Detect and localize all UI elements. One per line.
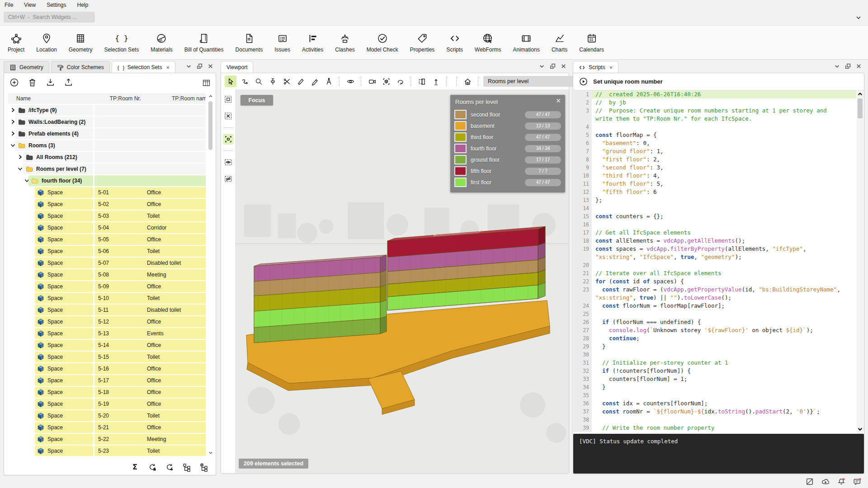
refresh-visibility-icon[interactable]: [165, 462, 174, 472]
export-icon[interactable]: [63, 77, 74, 88]
cell-name[interactable]: Space: [35, 211, 93, 221]
cell-room-nr[interactable]: [94, 140, 145, 151]
visibility-tool-icon[interactable]: [344, 75, 356, 87]
close-icon[interactable]: [208, 63, 213, 69]
code-editor[interactable]: 1// created 2025-06-26T16:40:262// by jb…: [574, 90, 856, 433]
cell-room-name[interactable]: Office: [143, 234, 206, 245]
toolbar-item-calendars[interactable]: Calendars: [573, 30, 610, 56]
cell-room-name[interactable]: Meeting: [143, 269, 206, 280]
cell-room-nr[interactable]: 5-20: [94, 410, 145, 421]
tab-viewport[interactable]: Viewport: [221, 61, 253, 73]
cell-room-name[interactable]: Office: [143, 199, 206, 210]
measure-tool-icon[interactable]: [309, 75, 321, 87]
float-window-icon[interactable]: [845, 63, 851, 69]
chevron-right-icon[interactable]: [10, 108, 15, 113]
cell-name[interactable]: Rooms per level (7): [23, 164, 93, 174]
code-line[interactable]: 39 // Write the room number property: [574, 424, 856, 432]
cell-name[interactable]: Space: [35, 269, 93, 280]
cell-name[interactable]: Space: [35, 234, 93, 245]
code-line[interactable]: 23 const rawFloor = (vdcApp.getPropertyV…: [574, 286, 856, 294]
table-row-space[interactable]: Space5-14Office: [8, 340, 206, 352]
cell-name[interactable]: Space: [35, 422, 93, 433]
toolbar-item-charts[interactable]: Charts: [546, 30, 573, 56]
cell-room-nr[interactable]: 5-08: [94, 269, 145, 280]
code-line[interactable]: 14: [574, 204, 856, 212]
scroll-up-icon[interactable]: [857, 91, 863, 97]
cell-name[interactable]: Space: [35, 399, 93, 409]
code-line[interactable]: 30: [574, 351, 856, 359]
column-header-room-nr[interactable]: TP:Room Nr.: [94, 93, 145, 104]
float-window-icon[interactable]: [197, 63, 203, 69]
scroll-down-icon[interactable]: [208, 450, 213, 455]
tree-scrollbar[interactable]: [208, 94, 213, 455]
fit-model-tool-icon[interactable]: [380, 75, 392, 87]
cell-room-nr[interactable]: 5-13: [94, 328, 145, 339]
code-line[interactable]: 7 "ground floor": 1,: [574, 147, 856, 155]
code-line[interactable]: 10 "third floor": 4,: [574, 172, 856, 180]
table-row-space[interactable]: Space5-02Office: [8, 199, 206, 211]
cell-name[interactable]: Space: [35, 434, 93, 445]
chevron-down-icon[interactable]: [539, 63, 545, 69]
cell-room-nr[interactable]: 5-09: [94, 281, 145, 292]
pin-tool-icon[interactable]: [267, 75, 278, 87]
cell-room-name[interactable]: Office: [143, 281, 206, 292]
select-tool-icon[interactable]: [225, 75, 236, 87]
chevron-down-icon[interactable]: [186, 63, 192, 69]
toolbar-item-documents[interactable]: Documents: [230, 30, 269, 56]
cell-name[interactable]: Space: [35, 281, 93, 292]
scrollbar-thumb[interactable]: [858, 99, 863, 118]
cell-name[interactable]: All Rooms (212): [23, 152, 93, 163]
cell-room-name[interactable]: Office: [143, 399, 206, 409]
cell-room-nr[interactable]: 5-03: [94, 211, 145, 221]
compass-tool-icon[interactable]: [323, 75, 335, 87]
cell-room-name[interactable]: Corridor: [143, 222, 206, 233]
table-row-space[interactable]: Space5-18Office: [8, 387, 206, 399]
toolbar-item-webforms[interactable]: WebForms: [469, 30, 507, 56]
sync-off-icon[interactable]: [805, 477, 814, 486]
float-window-icon[interactable]: [550, 63, 556, 69]
table-row-space[interactable]: Space5-16Office: [8, 363, 206, 375]
deselect-box-icon[interactable]: [223, 111, 234, 122]
zoom-tool-icon[interactable]: [253, 75, 264, 87]
code-line[interactable]: 13};: [574, 196, 856, 204]
cell-name[interactable]: Space: [35, 375, 93, 386]
chevron-right-icon[interactable]: [10, 119, 15, 124]
tree-row-prefab-elements-4-[interactable]: Prefab elements (4): [8, 128, 206, 140]
code-line[interactable]: 33 counters[floorNum] = 1;: [574, 375, 856, 383]
code-line[interactable]: 29 }: [574, 343, 856, 351]
toolbar-item-project[interactable]: Project: [2, 30, 30, 56]
code-line[interactable]: 35: [574, 391, 856, 399]
show-selection-icon[interactable]: [223, 157, 234, 168]
cell-room-name[interactable]: Disabled toilet: [143, 258, 206, 268]
tree-row-fourth-floor-34-[interactable]: fourth floor (34): [8, 175, 206, 187]
cell-room-name[interactable]: [143, 164, 206, 174]
cloud-download-icon[interactable]: [821, 477, 830, 486]
scrollbar-thumb[interactable]: [208, 101, 212, 150]
chevron-right-icon[interactable]: [10, 131, 15, 136]
code-scrollbar[interactable]: [857, 90, 863, 433]
cell-name[interactable]: fourth floor (34): [28, 175, 93, 186]
cell-room-name[interactable]: Meeting: [143, 434, 206, 445]
cell-room-nr[interactable]: 5-06: [94, 246, 145, 257]
code-line[interactable]: 4: [574, 123, 856, 131]
close-icon[interactable]: ✕: [556, 97, 561, 104]
viewport-canvas[interactable]: Focus Rooms per level ✕ second floor47 /…: [235, 89, 569, 473]
code-line[interactable]: 32 if (!counters[floorNum]) {: [574, 367, 856, 375]
import-icon[interactable]: [45, 77, 56, 88]
code-line[interactable]: 12 "fifth floor": 6: [574, 188, 856, 196]
cell-name[interactable]: Space: [35, 340, 93, 351]
table-row-space[interactable]: Space5-01Office: [8, 187, 206, 199]
chevron-down-icon[interactable]: [10, 143, 15, 148]
code-line[interactable]: 5const floorMap = {: [574, 131, 856, 139]
code-line[interactable]: "xs:string", "IfcSpace", true, "geometry…: [574, 253, 856, 261]
search-input[interactable]: [4, 12, 95, 23]
column-settings-icon[interactable]: [201, 78, 211, 88]
delete-icon[interactable]: [27, 77, 38, 88]
legend-row-second-floor[interactable]: second floor47 / 47: [454, 109, 561, 120]
column-header-room-name[interactable]: TP:Room name: [143, 93, 206, 104]
cell-name[interactable]: Space: [35, 352, 93, 362]
cell-room-nr[interactable]: [94, 164, 145, 174]
code-line[interactable]: 18const allElements = vdcApp.getAllEleme…: [574, 237, 856, 245]
tab-color-schemes[interactable]: Color Schemes: [51, 61, 110, 73]
tree-row-walls-loadbearing-2-[interactable]: Walls:LoadBearing (2): [8, 117, 206, 128]
